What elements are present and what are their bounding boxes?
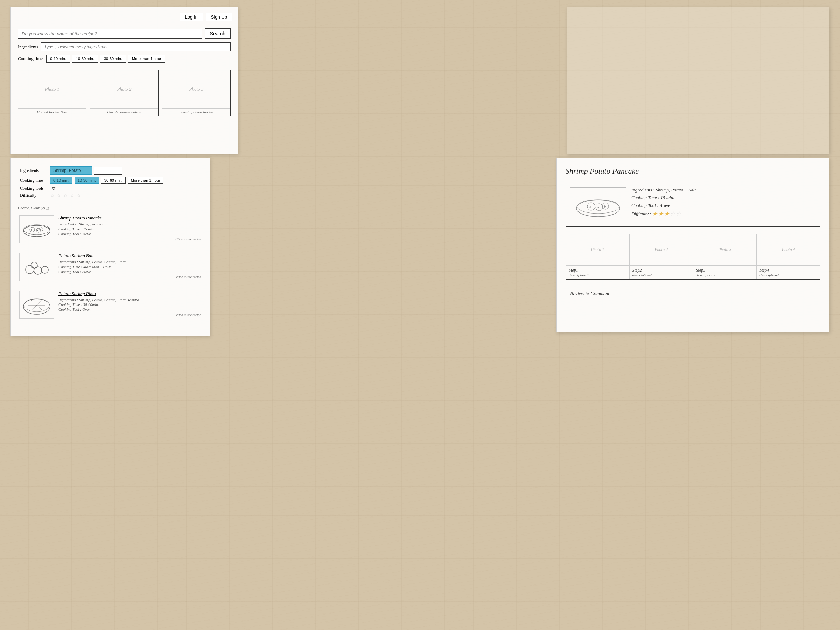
top-left-paper: Log In Sign Up Search Ingredients Cookin…: [11, 7, 238, 154]
step-desc-4: Step4 description4: [757, 266, 820, 279]
click-link-1[interactable]: Click to see recipe: [58, 237, 201, 241]
search-section: Search Ingredients Cooking time 0-10 min…: [18, 28, 231, 63]
photo-1-caption: Hottest Recipe Now: [35, 109, 69, 115]
click-link-2[interactable]: click to see recipe: [58, 275, 201, 279]
step-detail-1: description 1: [569, 273, 627, 277]
recipe-time-3: Cooking Time : 30-60min.: [58, 302, 201, 306]
photo-card-3[interactable]: Photo 3 Latest updated Recipe: [162, 69, 231, 116]
cooking-time-label: Cooking time: [18, 56, 43, 62]
recipe-image-1: ♠ ♦: [19, 215, 54, 243]
steps-grid: Photo 1 Step1 description 1 Photo 2 Step…: [565, 234, 820, 279]
step-photo-2: Photo 2: [630, 234, 693, 266]
photo-box-2: Photo 2: [90, 70, 158, 109]
recipe-result-2[interactable]: Potato Shrimp Ball Ingredients : Shrimp,…: [16, 250, 204, 284]
photo-card-1[interactable]: Photo 1 Hottest Recipe Now: [18, 69, 87, 116]
recipe-result-1[interactable]: ♠ ♦ Shrimp Potato Pancake Ingredients : …: [16, 212, 204, 246]
detail-star-2: ★: [658, 210, 663, 217]
cooking-time-row: Cooking time 0-10 min. 10-30 min. 30-60 …: [18, 55, 231, 63]
recipe-info-1: Shrimp Potato Pancake Ingredients : Shri…: [58, 215, 201, 243]
recipe-info-3: Potato Shrimp Pizza Ingredients : Shrimp…: [58, 291, 201, 319]
time-inactive-more[interactable]: More than 1 hour: [128, 177, 163, 184]
recipe-title-1: Shrimp Potato Pancake: [58, 215, 201, 221]
ingredients-row: Ingredients: [18, 43, 231, 51]
time-active-0-10[interactable]: 0-10 min.: [50, 177, 73, 184]
step-desc-3: Step3 description3: [693, 266, 757, 279]
svg-text:♠: ♠: [31, 228, 33, 231]
photo-3-caption: Latest updated Recipe: [177, 109, 216, 115]
photo-card-2[interactable]: Photo 2 Our Recommendation: [90, 69, 159, 116]
detail-star-5: ☆: [676, 210, 681, 217]
step-title-4: Step4: [759, 268, 817, 273]
click-link-3[interactable]: click to see recipe: [58, 313, 201, 317]
step-detail-3: description3: [696, 273, 754, 277]
ingredients-extra-input[interactable]: [94, 167, 122, 175]
warning-text: Cheese, Flour (2) △: [16, 205, 204, 210]
detail-star-3: ★: [664, 210, 669, 217]
star-2[interactable]: ☆: [57, 193, 61, 198]
star-1[interactable]: ☆: [50, 193, 55, 198]
pizza-sketch: [21, 293, 52, 317]
time-btn-more-1h[interactable]: More than 1 hour: [128, 55, 165, 63]
ball-sketch: [21, 255, 52, 279]
step-cell-4: Photo 4 Step4 description4: [757, 234, 820, 279]
step-detail-4: description4: [759, 273, 817, 277]
photo-box-1: Photo 1: [18, 70, 86, 109]
difficulty-label: Difficulty: [20, 193, 48, 198]
detail-star-4: ☆: [670, 210, 675, 217]
recipe-detail-info: Ingredients : Shrimp, Potato + Salt Cook…: [632, 187, 816, 222]
signup-button[interactable]: Sign Up: [206, 13, 232, 21]
svg-point-4: [39, 227, 43, 231]
auth-buttons: Log In Sign Up: [180, 13, 232, 21]
detail-ingredients: Ingredients : Shrimp, Potato + Salt: [632, 187, 816, 193]
star-3[interactable]: ☆: [63, 193, 68, 198]
step-photo-1: Photo 1: [566, 234, 629, 266]
step-title-1: Step1: [569, 268, 627, 273]
svg-point-8: [34, 267, 42, 275]
bottom-left-paper: Ingredients Cooking time 0-10 min. 10-30…: [11, 158, 210, 336]
step-desc-2: Step2 description2: [630, 266, 693, 279]
time-inactive-30-60[interactable]: 30-60 min.: [101, 177, 126, 184]
time-btn-10-30[interactable]: 10-30 min.: [72, 55, 98, 63]
star-4[interactable]: ☆: [70, 193, 74, 198]
recipe-main-image: ♠ ♦ ♣: [570, 187, 626, 222]
step-title-3: Step3: [696, 268, 754, 273]
recipe-time-2: Cooking Time : More than 1 Hour: [58, 265, 201, 269]
step-photo-4: Photo 4: [757, 234, 820, 266]
ingredients-filter-input[interactable]: [50, 166, 92, 175]
ingredients-filter-row: Ingredients: [20, 166, 201, 175]
recipe-title-3: Potato Shrimp Pizza: [58, 291, 201, 297]
time-btn-30-60[interactable]: 30-60 min.: [100, 55, 126, 63]
detail-difficulty: Difficulty : ★ ★ ★ ☆ ☆: [632, 210, 816, 217]
ingredients-label: Ingredients: [18, 44, 38, 50]
cooking-tools-row: Cooking tools ▽: [20, 186, 201, 191]
detail-cooking-time: Cooking Time : 15 min.: [632, 195, 816, 201]
photo-1-label: Photo 1: [45, 87, 60, 92]
svg-point-1: [24, 225, 50, 235]
star-5[interactable]: ☆: [77, 193, 81, 198]
cooking-tools-dropdown-icon[interactable]: ▽: [52, 186, 55, 191]
recipe-detail-card: ♠ ♦ ♣ Ingredients : Shrimp, Potato + Sal…: [565, 183, 820, 227]
recipe-result-3[interactable]: Potato Shrimp Pizza Ingredients : Shrimp…: [16, 288, 204, 322]
recipe-ingredients-3: Ingredients : Shrimp, Potato, Cheese, Fl…: [58, 297, 201, 302]
pancake-sketch: ♠ ♦: [21, 217, 52, 242]
time-btn-0-10[interactable]: 0-10 min.: [46, 55, 70, 63]
filter-box: Ingredients Cooking time 0-10 min. 10-30…: [16, 163, 204, 201]
photo-2-caption: Our Recommendation: [105, 109, 144, 115]
photo-box-3: Photo 3: [163, 70, 230, 109]
step-cell-3: Photo 3 Step3 description3: [693, 234, 757, 279]
time-active-10-30[interactable]: 10-30 min.: [74, 177, 99, 184]
photo-3-label: Photo 3: [189, 87, 204, 92]
svg-point-11: [24, 299, 50, 314]
step-desc-1: Step1 description 1: [566, 266, 629, 279]
difficulty-row: Difficulty ☆ ☆ ☆ ☆ ☆: [20, 193, 201, 198]
photo-grid: Photo 1 Hottest Recipe Now Photo 2 Our R…: [18, 69, 231, 116]
recipe-ingredients-2: Ingredients : Shrimp, Potato, Cheese, Fl…: [58, 260, 201, 264]
recipe-page-title: Shrimp Potato Pancake: [565, 167, 820, 176]
search-button[interactable]: Search: [205, 28, 231, 39]
detail-cooking-tool: Cooking Tool : Stove: [632, 203, 816, 208]
login-button[interactable]: Log In: [180, 13, 203, 21]
search-input[interactable]: [18, 29, 202, 39]
ingredients-input[interactable]: [41, 43, 231, 51]
review-placeholder: .: [815, 291, 816, 297]
step-title-2: Step2: [632, 268, 690, 273]
